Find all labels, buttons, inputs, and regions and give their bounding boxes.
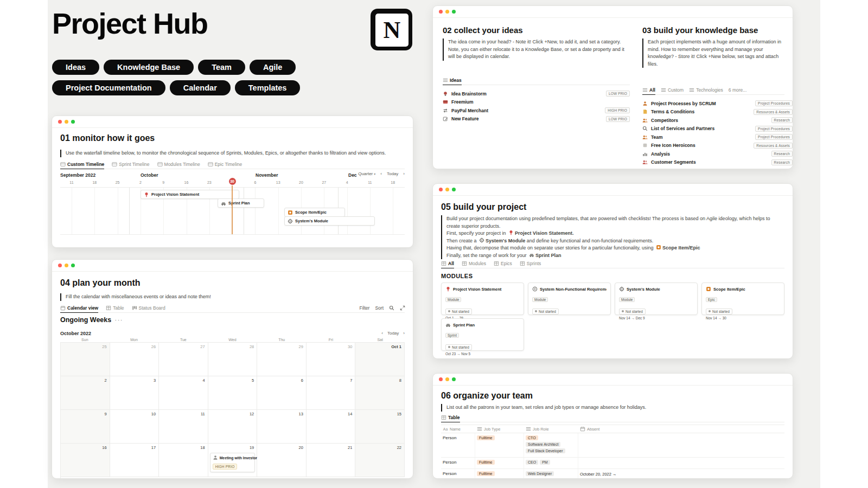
next-button[interactable]: › bbox=[403, 171, 405, 176]
tab-calendar-view[interactable]: Calendar view bbox=[60, 305, 98, 313]
calendar-cell[interactable]: 3 bbox=[110, 376, 159, 410]
column-header-absent[interactable]: Absent bbox=[578, 426, 784, 432]
timeline-bar-project-vision-statement[interactable]: Project Vision Statement bbox=[141, 190, 239, 199]
calendar-cell[interactable]: 19Meeting with InvestorHIGH PRIO bbox=[208, 444, 258, 477]
tab-custom[interactable]: Custom bbox=[661, 87, 684, 95]
calendar-cell[interactable]: 17 bbox=[110, 444, 159, 477]
tab-custom-timeline[interactable]: Custom Timeline bbox=[60, 162, 104, 169]
calendar-cell[interactable]: 4 bbox=[159, 376, 208, 410]
timeline-today-marker[interactable]: 30 bbox=[229, 178, 236, 185]
zoom-button[interactable] bbox=[452, 10, 456, 14]
calendar-cell[interactable]: 20 bbox=[257, 444, 307, 477]
table-row[interactable]: PersonFulltimeCEOPM bbox=[441, 458, 784, 469]
close-button[interactable] bbox=[58, 120, 62, 124]
tab-modules[interactable]: Modules bbox=[462, 261, 486, 268]
filter-button[interactable]: Filter bbox=[360, 305, 370, 311]
close-button[interactable] bbox=[439, 10, 443, 14]
zoom-select[interactable]: Quarter▾ bbox=[358, 171, 375, 176]
list-item-project-processes-by-scrum[interactable]: Project Processes by SCRUMProject Proced… bbox=[642, 99, 793, 108]
calendar-cell[interactable]: 6 bbox=[257, 376, 307, 410]
next-month-button[interactable]: › bbox=[403, 331, 405, 336]
list-item-customer-segments[interactable]: Customer SegmentsResearch bbox=[642, 158, 793, 167]
calendar-cell[interactable]: 22 bbox=[355, 444, 405, 477]
calendar-cell[interactable]: 10 bbox=[110, 410, 159, 444]
module-card-project-vision-statement[interactable]: Project Vision StatementModuleNot starte… bbox=[441, 282, 524, 315]
zoom-button[interactable] bbox=[71, 264, 75, 267]
tab-all[interactable]: All bbox=[642, 87, 655, 95]
calendar-cell[interactable]: 5 bbox=[208, 376, 258, 410]
module-card-system-non-functional-requirements[interactable]: System Non-Functional RequirementsModule… bbox=[528, 282, 611, 315]
nav-pill-project-documentation[interactable]: Project Documentation bbox=[52, 80, 165, 95]
list-item-team[interactable]: TeamProject Procedures bbox=[642, 133, 793, 142]
sort-button[interactable]: Sort bbox=[375, 305, 384, 311]
tab-epics[interactable]: Epics bbox=[494, 261, 512, 268]
zoom-button[interactable] bbox=[452, 188, 456, 191]
calendar-cell[interactable]: 28 bbox=[208, 343, 258, 376]
column-header-job-role[interactable]: Job Role bbox=[524, 426, 578, 432]
tab-table[interactable]: Table bbox=[441, 415, 460, 422]
module-card-system-s-module[interactable]: System's ModuleModuleNot startedNov 14 →… bbox=[615, 282, 698, 315]
tab-sprints[interactable]: Sprints bbox=[520, 261, 541, 268]
zoom-button[interactable] bbox=[452, 377, 456, 381]
calendar-cell[interactable]: 7 bbox=[307, 376, 356, 410]
tab-ideas[interactable]: Ideas bbox=[443, 78, 462, 85]
calendar-cell[interactable]: 16 bbox=[61, 444, 110, 477]
nav-pill-team[interactable]: Team bbox=[198, 60, 245, 75]
calendar-cell[interactable]: 26 bbox=[110, 343, 159, 376]
tab-6-more[interactable]: 6 more... bbox=[729, 87, 747, 95]
calendar-cell[interactable]: 29 bbox=[257, 343, 307, 376]
nav-pill-ideas[interactable]: Ideas bbox=[52, 60, 99, 75]
list-item-paypal-merchant[interactable]: PayPal MerchantHIGH PRIO bbox=[443, 106, 630, 115]
calendar-cell[interactable]: 2 bbox=[61, 376, 110, 410]
calendar-cell[interactable]: 27 bbox=[159, 343, 208, 376]
timeline-bar-sprint-plan[interactable]: Sprint Plan bbox=[218, 198, 264, 208]
calendar-cell[interactable]: 15 bbox=[355, 410, 405, 444]
module-card-sprint-plan[interactable]: Sprint PlanSprintNot startedOct 23 → Nov… bbox=[441, 318, 524, 351]
calendar-cell[interactable]: 18 bbox=[159, 444, 208, 477]
calendar-cell[interactable]: 11 bbox=[159, 410, 208, 444]
nav-pill-calendar[interactable]: Calendar bbox=[170, 80, 231, 95]
list-item-idea-brainstorm[interactable]: Idea BrainstormLOW PRIO bbox=[443, 89, 630, 98]
list-item-analysis[interactable]: AnalysisResearch bbox=[642, 150, 793, 158]
calendar-cell[interactable]: 14 bbox=[307, 410, 356, 444]
prev-month-button[interactable]: ‹ bbox=[381, 331, 383, 336]
list-item-competitors[interactable]: CompetitorsResearch bbox=[642, 116, 793, 125]
tab-all[interactable]: All bbox=[441, 261, 454, 268]
list-item-free-icon-heroicons[interactable]: Free Icon HeroiconsResources & Assets bbox=[642, 142, 793, 150]
calendar-cell[interactable]: Oct 1 bbox=[355, 343, 405, 376]
close-button[interactable] bbox=[58, 264, 62, 267]
tab-epic-timeline[interactable]: Epic Timeline bbox=[208, 162, 242, 169]
calendar-cell[interactable]: 9 bbox=[61, 410, 110, 444]
tab-table[interactable]: Table bbox=[106, 305, 124, 313]
prev-button[interactable]: ‹ bbox=[380, 171, 382, 176]
calendar-cell[interactable]: 25 bbox=[61, 343, 110, 376]
calendar-cell[interactable]: 13 bbox=[257, 410, 307, 444]
nav-pill-templates[interactable]: Templates bbox=[235, 80, 301, 95]
minimize-button[interactable] bbox=[445, 377, 449, 381]
list-item-terms-conditions[interactable]: Terms & ConditionsResources & Assets bbox=[642, 108, 793, 117]
minimize-button[interactable] bbox=[65, 264, 68, 267]
nav-pill-agile[interactable]: Agile bbox=[250, 60, 296, 75]
timeline-bar-system-s-module[interactable]: System's Module bbox=[284, 216, 375, 226]
today-button[interactable]: Today bbox=[387, 171, 398, 176]
list-item-freemium[interactable]: Freemium bbox=[443, 98, 630, 107]
tab-technologies[interactable]: Technologies bbox=[689, 87, 723, 95]
column-header-name[interactable]: AaName bbox=[441, 426, 475, 432]
tab-status-board[interactable]: Status Board bbox=[132, 305, 165, 313]
calendar-cell[interactable]: 30 bbox=[307, 343, 356, 376]
list-item-list-of-services-and-partners[interactable]: List of Services and PartnersProject Pro… bbox=[642, 125, 793, 133]
calendar-event[interactable]: Meeting with InvestorHIGH PRIO bbox=[210, 453, 256, 472]
list-item-new-feature[interactable]: New FeatureLOW PRIO bbox=[443, 115, 630, 124]
search-icon[interactable] bbox=[389, 305, 394, 311]
calendar-cell[interactable]: 8 bbox=[355, 376, 405, 410]
minimize-button[interactable] bbox=[445, 10, 449, 14]
zoom-button[interactable] bbox=[71, 120, 75, 124]
calendar-cell[interactable]: 21 bbox=[307, 444, 356, 477]
table-row[interactable]: PersonFulltimeCTOSoftware ArchitectFull … bbox=[441, 433, 784, 458]
tab-sprint-timeline[interactable]: Sprint Timeline bbox=[112, 162, 149, 169]
timeline-bar-scope-item-epic[interactable]: Scope Item/Epic bbox=[284, 208, 345, 217]
more-options-icon[interactable]: ··· bbox=[114, 316, 123, 324]
tab-modules-timeline[interactable]: Modules Timeline bbox=[157, 162, 200, 169]
expand-icon[interactable] bbox=[400, 305, 405, 311]
close-button[interactable] bbox=[439, 188, 443, 191]
